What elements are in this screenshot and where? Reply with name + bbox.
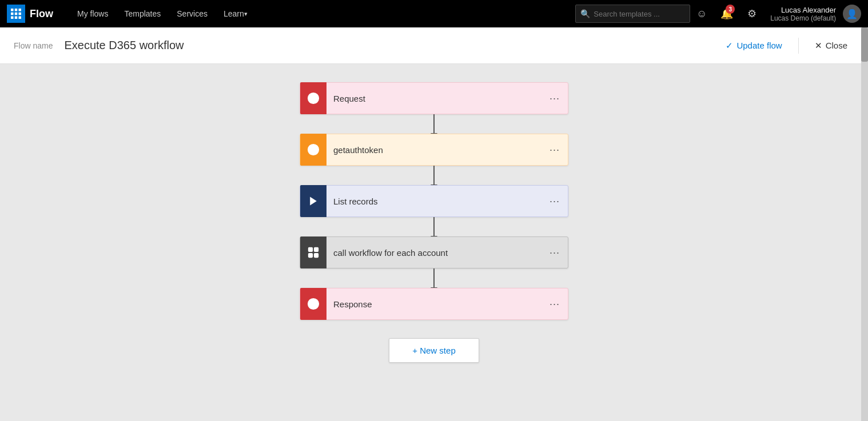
scrollbar-thumb[interactable] bbox=[861, 27, 868, 62]
nav-services[interactable]: Services bbox=[169, 0, 216, 27]
svg-rect-14 bbox=[309, 254, 312, 257]
svg-rect-13 bbox=[314, 248, 318, 251]
user-info[interactable]: Lucas Alexander Lucas Demo (default) bbox=[770, 6, 836, 22]
nav-right-actions: ☺ 🔔 3 ⚙ Lucas Alexander Lucas Demo (defa… bbox=[690, 0, 861, 27]
top-navbar: Flow My flows Templates Services Learn 🔍… bbox=[0, 0, 868, 27]
step-call-workflow-label: call workflow for each account bbox=[327, 248, 541, 258]
svg-rect-7 bbox=[15, 17, 18, 19]
step-call-workflow[interactable]: call workflow for each account ··· bbox=[300, 236, 568, 268]
search-icon: 🔍 bbox=[580, 9, 590, 18]
svg-rect-1 bbox=[15, 9, 18, 11]
step-response-icon bbox=[300, 288, 327, 320]
flow-name-label: Flow name bbox=[14, 41, 53, 50]
user-name: Lucas Alexander bbox=[781, 6, 836, 14]
app-logo: Flow bbox=[30, 8, 53, 20]
close-icon: ✕ bbox=[815, 41, 822, 51]
nav-myflows[interactable]: My flows bbox=[69, 0, 116, 27]
close-button[interactable]: ✕ Close bbox=[808, 37, 854, 54]
step-getauthtoken-label: getauthtoken bbox=[327, 145, 541, 155]
step-request-label: Request bbox=[327, 94, 541, 103]
connector-4 bbox=[433, 268, 435, 288]
search-input[interactable] bbox=[594, 10, 685, 18]
user-org: Lucas Demo (default) bbox=[770, 14, 836, 22]
user-avatar[interactable]: 👤 bbox=[843, 5, 861, 23]
step-request[interactable]: Request ··· bbox=[300, 82, 568, 114]
step-response-label: Response bbox=[327, 299, 541, 309]
svg-rect-5 bbox=[19, 13, 22, 15]
search-box[interactable]: 🔍 bbox=[575, 5, 690, 23]
step-list-records[interactable]: List records ··· bbox=[300, 185, 568, 217]
step-getauthtoken-icon bbox=[300, 134, 327, 166]
flow-name-value[interactable]: Execute D365 workflow bbox=[64, 39, 710, 52]
svg-rect-4 bbox=[15, 13, 18, 15]
settings-icon[interactable]: ⚙ bbox=[740, 0, 763, 27]
svg-rect-2 bbox=[19, 9, 22, 11]
toolbar-divider bbox=[798, 38, 799, 54]
flow-canvas: Request ··· getauthtoken ··· List r bbox=[0, 64, 868, 421]
svg-marker-11 bbox=[310, 197, 317, 206]
svg-rect-6 bbox=[11, 17, 14, 19]
step-request-more[interactable]: ··· bbox=[541, 93, 568, 105]
notifications-icon[interactable]: 🔔 3 bbox=[715, 0, 738, 27]
svg-rect-0 bbox=[11, 9, 14, 11]
step-call-workflow-more[interactable]: ··· bbox=[541, 247, 568, 259]
nav-links: My flows Templates Services Learn bbox=[69, 0, 571, 27]
step-response[interactable]: Response ··· bbox=[300, 288, 568, 320]
flow-steps-container: Request ··· getauthtoken ··· List r bbox=[300, 82, 568, 375]
step-getauthtoken[interactable]: getauthtoken ··· bbox=[300, 134, 568, 166]
scrollbar[interactable] bbox=[861, 27, 868, 421]
connector-1 bbox=[433, 114, 435, 134]
step-request-icon bbox=[300, 82, 327, 114]
nav-templates[interactable]: Templates bbox=[116, 0, 169, 27]
step-getauthtoken-more[interactable]: ··· bbox=[541, 144, 568, 156]
nav-learn[interactable]: Learn bbox=[216, 0, 256, 27]
flow-toolbar: Flow name Execute D365 workflow ✓ Update… bbox=[0, 27, 868, 64]
step-list-records-more[interactable]: ··· bbox=[541, 195, 568, 207]
feedback-icon[interactable]: ☺ bbox=[690, 0, 713, 27]
svg-rect-12 bbox=[309, 248, 312, 251]
step-call-workflow-icon bbox=[300, 236, 327, 268]
update-flow-button[interactable]: ✓ Update flow bbox=[719, 37, 789, 54]
step-list-records-label: List records bbox=[327, 197, 541, 206]
new-step-button[interactable]: + New step bbox=[389, 338, 479, 363]
step-response-more[interactable]: ··· bbox=[541, 298, 568, 310]
svg-rect-3 bbox=[11, 13, 14, 15]
step-list-records-icon bbox=[300, 185, 327, 217]
app-grid-icon[interactable] bbox=[7, 5, 25, 23]
connector-2 bbox=[433, 166, 435, 185]
svg-rect-8 bbox=[19, 17, 22, 19]
svg-rect-15 bbox=[314, 254, 318, 257]
connector-3 bbox=[433, 217, 435, 236]
checkmark-icon: ✓ bbox=[726, 41, 733, 51]
notification-badge: 3 bbox=[726, 5, 735, 14]
